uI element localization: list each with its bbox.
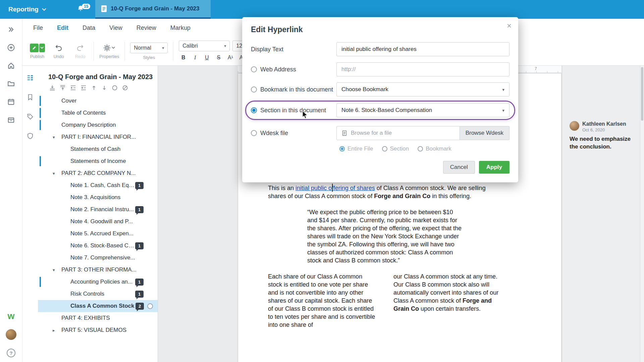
hyperlink-initial-public-offering[interactable]: initial public offering of shares bbox=[296, 185, 375, 191]
apply-button[interactable]: Apply bbox=[479, 161, 509, 174]
chevron-down-icon[interactable]: ▾ bbox=[53, 135, 55, 140]
display-text-input[interactable]: initial public offering of shares bbox=[336, 42, 509, 56]
outline-item[interactable]: Table of Contents bbox=[38, 107, 158, 119]
format-underline-button[interactable]: U bbox=[202, 53, 211, 62]
workiva-logo[interactable]: w bbox=[7, 312, 14, 320]
wdesk-file-option[interactable]: Wdesk file bbox=[251, 130, 336, 137]
web-address-option[interactable]: Web Address bbox=[251, 66, 336, 73]
comment-count-badge[interactable]: 1 bbox=[135, 242, 144, 249]
superscript-button[interactable]: A¹ bbox=[226, 53, 235, 62]
move-up-icon[interactable] bbox=[91, 85, 97, 91]
document-tab[interactable]: 10-Q Forge and Grain - May 2023 bbox=[95, 0, 211, 19]
home-icon[interactable] bbox=[6, 61, 16, 70]
web-address-input[interactable]: http:// bbox=[336, 62, 509, 76]
section-radio[interactable] bbox=[251, 107, 257, 113]
outline-item[interactable]: Company Description bbox=[38, 119, 158, 131]
calendar-icon[interactable] bbox=[6, 97, 16, 107]
help-button[interactable]: ? bbox=[7, 349, 15, 357]
user-avatar[interactable] bbox=[6, 329, 16, 340]
wdesk-file-radio[interactable] bbox=[251, 130, 257, 136]
section-select[interactable]: Note 6. Stock-Based Compensation ▾ bbox=[336, 103, 509, 117]
tasks-box-icon[interactable] bbox=[6, 115, 16, 125]
bookmark-option[interactable]: Bookmark in this document bbox=[251, 86, 336, 93]
outline-item[interactable]: Note 7. Comprehensive... bbox=[38, 252, 158, 264]
bookmark-radio[interactable] bbox=[251, 86, 257, 93]
outline-item[interactable]: ▾PART I: FINANCIAL INFOR... bbox=[38, 131, 158, 143]
app-menu-button[interactable]: Reporting bbox=[5, 0, 50, 19]
insert-below-icon[interactable] bbox=[60, 85, 66, 91]
close-icon[interactable]: × bbox=[507, 22, 512, 30]
scope-option-bookmark[interactable]: Bookmark bbox=[418, 145, 451, 152]
redo-button[interactable] bbox=[76, 44, 84, 52]
section-option[interactable]: Section in this document bbox=[251, 107, 336, 114]
menu-item-edit[interactable]: Edit bbox=[57, 24, 68, 32]
menu-item-data[interactable]: Data bbox=[83, 24, 95, 32]
insert-above-icon[interactable] bbox=[49, 85, 55, 91]
menu-item-markup[interactable]: Markup bbox=[170, 24, 191, 32]
outline-item[interactable]: PART 4: EXHIBITS bbox=[38, 312, 158, 324]
outline-item[interactable]: Statements of Income bbox=[38, 155, 158, 167]
publish-button[interactable] bbox=[30, 44, 39, 52]
expand-panel-icon[interactable] bbox=[6, 25, 16, 34]
outline-item[interactable]: Statements of Cash bbox=[38, 143, 158, 155]
scrollbar-thumb[interactable] bbox=[641, 67, 643, 121]
scope-option-entire-file[interactable]: Entire File bbox=[339, 145, 373, 152]
comment-card[interactable]: Kathleen Karlsen Oct 6, 2020 We need to … bbox=[570, 121, 637, 150]
properties-button[interactable] bbox=[103, 44, 115, 52]
cancel-button[interactable]: Cancel bbox=[443, 161, 475, 174]
outline-item[interactable]: Note 5. Accrued Expen... bbox=[38, 228, 158, 240]
shield-icon[interactable] bbox=[27, 133, 33, 141]
outline-item[interactable]: Note 6. Stock-Based Co...1 bbox=[38, 240, 158, 252]
vertical-scrollbar[interactable] bbox=[640, 66, 644, 362]
outline-item[interactable]: ▾PART 2: ABC COMPANY N... bbox=[38, 167, 158, 179]
no-edit-icon[interactable] bbox=[122, 85, 128, 91]
publish-menu-button[interactable] bbox=[39, 44, 45, 52]
outline-item[interactable]: Accounting Policies an...1 bbox=[38, 276, 158, 288]
indent-icon[interactable] bbox=[80, 85, 87, 91]
bookmark-icon[interactable] bbox=[27, 94, 33, 102]
create-plus-icon[interactable] bbox=[6, 43, 16, 52]
outdent-icon[interactable] bbox=[70, 85, 76, 91]
scope-radio[interactable] bbox=[382, 146, 387, 152]
outline-item[interactable]: Note 3. Acquisitions bbox=[38, 191, 158, 203]
chevron-right-icon[interactable]: ▸ bbox=[53, 328, 55, 333]
undo-button[interactable] bbox=[55, 44, 63, 52]
tag-icon[interactable] bbox=[27, 113, 34, 121]
outline-item[interactable]: Class A Common Stock2 bbox=[38, 300, 158, 312]
status-circle-icon[interactable] bbox=[147, 303, 153, 309]
outline-item[interactable]: Note 4. Goodwill and P... bbox=[38, 216, 158, 228]
outline-item[interactable]: Cover bbox=[38, 95, 158, 107]
format-italic-button[interactable]: I bbox=[191, 53, 200, 62]
chevron-down-icon[interactable]: ▾ bbox=[53, 171, 55, 176]
bookmark-select[interactable]: Choose Bookmark ▾ bbox=[336, 82, 509, 97]
menu-item-review[interactable]: Review bbox=[137, 24, 156, 32]
scope-radio[interactable] bbox=[418, 146, 423, 152]
browse-wdesk-button[interactable]: Browse Wdesk bbox=[460, 126, 509, 140]
comment-count-badge[interactable]: 1 bbox=[135, 182, 144, 189]
status-circle-icon[interactable] bbox=[112, 85, 118, 91]
comment-count-badge[interactable]: 1 bbox=[135, 291, 144, 298]
menu-item-file[interactable]: File bbox=[33, 24, 43, 32]
comment-count-badge[interactable]: 1 bbox=[135, 279, 144, 286]
style-select[interactable]: Normal ▾ bbox=[130, 43, 168, 53]
font-select[interactable]: Calibri ▾ bbox=[179, 41, 230, 51]
notifications-button[interactable]: 15 bbox=[76, 4, 90, 12]
menu-item-view[interactable]: View bbox=[109, 24, 122, 32]
move-down-icon[interactable] bbox=[101, 85, 107, 91]
format-bold-button[interactable]: B bbox=[179, 53, 188, 62]
folder-icon[interactable] bbox=[6, 79, 16, 88]
scope-option-section[interactable]: Section bbox=[382, 145, 409, 152]
comment-count-badge[interactable]: 2 bbox=[136, 303, 144, 310]
outline-item[interactable]: Note 1. Cash, Cash Equi...1 bbox=[38, 179, 158, 191]
wdesk-file-input[interactable]: Browse for a file bbox=[336, 126, 460, 140]
outline-item[interactable]: ▸PART 5: VISUAL DEMOS bbox=[38, 324, 158, 336]
format-strikethrough-button[interactable]: S bbox=[214, 53, 223, 62]
web-address-radio[interactable] bbox=[251, 66, 257, 72]
chevron-down-icon[interactable]: ▾ bbox=[53, 267, 55, 273]
outline-item[interactable]: ▾PART 3: OTHER INFORMA... bbox=[38, 264, 158, 276]
outline-item[interactable]: Risk Controls1 bbox=[38, 288, 158, 300]
scope-radio[interactable] bbox=[339, 146, 345, 152]
outline-item[interactable]: Note 2. Financial Instru...1 bbox=[38, 203, 158, 216]
outline-tree-icon[interactable] bbox=[27, 74, 34, 82]
comment-count-badge[interactable]: 1 bbox=[135, 206, 144, 213]
